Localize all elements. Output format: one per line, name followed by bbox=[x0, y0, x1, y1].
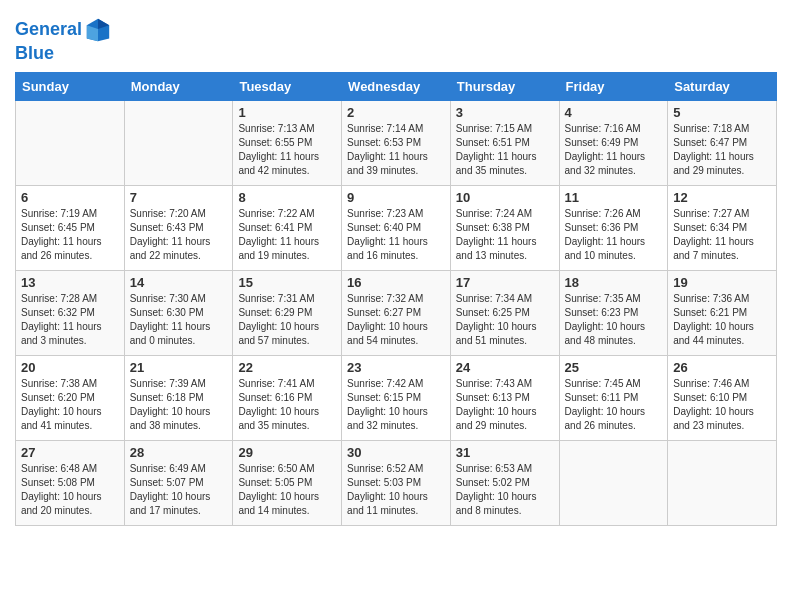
calendar-cell: 21Sunrise: 7:39 AMSunset: 6:18 PMDayligh… bbox=[124, 355, 233, 440]
calendar-cell: 4Sunrise: 7:16 AMSunset: 6:49 PMDaylight… bbox=[559, 100, 668, 185]
day-number: 23 bbox=[347, 360, 445, 375]
day-info: Sunrise: 7:39 AMSunset: 6:18 PMDaylight:… bbox=[130, 378, 211, 431]
day-number: 4 bbox=[565, 105, 663, 120]
day-number: 16 bbox=[347, 275, 445, 290]
day-info: Sunrise: 7:24 AMSunset: 6:38 PMDaylight:… bbox=[456, 208, 537, 261]
day-number: 30 bbox=[347, 445, 445, 460]
calendar-cell: 12Sunrise: 7:27 AMSunset: 6:34 PMDayligh… bbox=[668, 185, 777, 270]
calendar-cell: 1Sunrise: 7:13 AMSunset: 6:55 PMDaylight… bbox=[233, 100, 342, 185]
day-number: 21 bbox=[130, 360, 228, 375]
calendar-cell: 26Sunrise: 7:46 AMSunset: 6:10 PMDayligh… bbox=[668, 355, 777, 440]
day-number: 14 bbox=[130, 275, 228, 290]
calendar-cell: 13Sunrise: 7:28 AMSunset: 6:32 PMDayligh… bbox=[16, 270, 125, 355]
day-number: 10 bbox=[456, 190, 554, 205]
calendar-cell bbox=[16, 100, 125, 185]
header-day-sunday: Sunday bbox=[16, 72, 125, 100]
calendar-cell bbox=[559, 440, 668, 525]
day-number: 17 bbox=[456, 275, 554, 290]
day-info: Sunrise: 7:13 AMSunset: 6:55 PMDaylight:… bbox=[238, 123, 319, 176]
day-number: 9 bbox=[347, 190, 445, 205]
day-number: 3 bbox=[456, 105, 554, 120]
calendar-cell: 3Sunrise: 7:15 AMSunset: 6:51 PMDaylight… bbox=[450, 100, 559, 185]
day-number: 6 bbox=[21, 190, 119, 205]
day-info: Sunrise: 7:23 AMSunset: 6:40 PMDaylight:… bbox=[347, 208, 428, 261]
calendar-cell: 10Sunrise: 7:24 AMSunset: 6:38 PMDayligh… bbox=[450, 185, 559, 270]
calendar-cell: 6Sunrise: 7:19 AMSunset: 6:45 PMDaylight… bbox=[16, 185, 125, 270]
day-info: Sunrise: 7:30 AMSunset: 6:30 PMDaylight:… bbox=[130, 293, 211, 346]
day-number: 12 bbox=[673, 190, 771, 205]
day-number: 11 bbox=[565, 190, 663, 205]
header-day-saturday: Saturday bbox=[668, 72, 777, 100]
calendar-cell: 16Sunrise: 7:32 AMSunset: 6:27 PMDayligh… bbox=[342, 270, 451, 355]
week-row-2: 13Sunrise: 7:28 AMSunset: 6:32 PMDayligh… bbox=[16, 270, 777, 355]
calendar-cell: 23Sunrise: 7:42 AMSunset: 6:15 PMDayligh… bbox=[342, 355, 451, 440]
calendar-cell: 20Sunrise: 7:38 AMSunset: 6:20 PMDayligh… bbox=[16, 355, 125, 440]
header-day-tuesday: Tuesday bbox=[233, 72, 342, 100]
day-info: Sunrise: 7:43 AMSunset: 6:13 PMDaylight:… bbox=[456, 378, 537, 431]
header-row: SundayMondayTuesdayWednesdayThursdayFrid… bbox=[16, 72, 777, 100]
calendar-cell: 8Sunrise: 7:22 AMSunset: 6:41 PMDaylight… bbox=[233, 185, 342, 270]
day-info: Sunrise: 7:42 AMSunset: 6:15 PMDaylight:… bbox=[347, 378, 428, 431]
day-info: Sunrise: 7:27 AMSunset: 6:34 PMDaylight:… bbox=[673, 208, 754, 261]
week-row-4: 27Sunrise: 6:48 AMSunset: 5:08 PMDayligh… bbox=[16, 440, 777, 525]
day-info: Sunrise: 6:49 AMSunset: 5:07 PMDaylight:… bbox=[130, 463, 211, 516]
header-day-thursday: Thursday bbox=[450, 72, 559, 100]
calendar-cell: 18Sunrise: 7:35 AMSunset: 6:23 PMDayligh… bbox=[559, 270, 668, 355]
day-number: 8 bbox=[238, 190, 336, 205]
calendar-cell: 11Sunrise: 7:26 AMSunset: 6:36 PMDayligh… bbox=[559, 185, 668, 270]
day-number: 22 bbox=[238, 360, 336, 375]
header-day-monday: Monday bbox=[124, 72, 233, 100]
day-info: Sunrise: 7:15 AMSunset: 6:51 PMDaylight:… bbox=[456, 123, 537, 176]
day-number: 28 bbox=[130, 445, 228, 460]
day-info: Sunrise: 7:20 AMSunset: 6:43 PMDaylight:… bbox=[130, 208, 211, 261]
calendar-cell: 17Sunrise: 7:34 AMSunset: 6:25 PMDayligh… bbox=[450, 270, 559, 355]
day-info: Sunrise: 7:19 AMSunset: 6:45 PMDaylight:… bbox=[21, 208, 102, 261]
day-info: Sunrise: 7:38 AMSunset: 6:20 PMDaylight:… bbox=[21, 378, 102, 431]
day-number: 2 bbox=[347, 105, 445, 120]
day-info: Sunrise: 7:18 AMSunset: 6:47 PMDaylight:… bbox=[673, 123, 754, 176]
day-info: Sunrise: 6:53 AMSunset: 5:02 PMDaylight:… bbox=[456, 463, 537, 516]
day-number: 7 bbox=[130, 190, 228, 205]
day-number: 26 bbox=[673, 360, 771, 375]
calendar-cell: 24Sunrise: 7:43 AMSunset: 6:13 PMDayligh… bbox=[450, 355, 559, 440]
calendar-cell: 22Sunrise: 7:41 AMSunset: 6:16 PMDayligh… bbox=[233, 355, 342, 440]
calendar-cell: 31Sunrise: 6:53 AMSunset: 5:02 PMDayligh… bbox=[450, 440, 559, 525]
calendar-cell: 27Sunrise: 6:48 AMSunset: 5:08 PMDayligh… bbox=[16, 440, 125, 525]
calendar-cell: 9Sunrise: 7:23 AMSunset: 6:40 PMDaylight… bbox=[342, 185, 451, 270]
page: General Blue SundayMondayTuesdayWednesda… bbox=[0, 0, 792, 541]
calendar-cell: 14Sunrise: 7:30 AMSunset: 6:30 PMDayligh… bbox=[124, 270, 233, 355]
calendar-table: SundayMondayTuesdayWednesdayThursdayFrid… bbox=[15, 72, 777, 526]
day-info: Sunrise: 7:28 AMSunset: 6:32 PMDaylight:… bbox=[21, 293, 102, 346]
week-row-3: 20Sunrise: 7:38 AMSunset: 6:20 PMDayligh… bbox=[16, 355, 777, 440]
day-number: 1 bbox=[238, 105, 336, 120]
calendar-cell: 28Sunrise: 6:49 AMSunset: 5:07 PMDayligh… bbox=[124, 440, 233, 525]
day-number: 5 bbox=[673, 105, 771, 120]
header: General Blue bbox=[15, 10, 777, 64]
day-info: Sunrise: 6:48 AMSunset: 5:08 PMDaylight:… bbox=[21, 463, 102, 516]
day-info: Sunrise: 6:50 AMSunset: 5:05 PMDaylight:… bbox=[238, 463, 319, 516]
day-number: 25 bbox=[565, 360, 663, 375]
day-number: 19 bbox=[673, 275, 771, 290]
day-info: Sunrise: 7:31 AMSunset: 6:29 PMDaylight:… bbox=[238, 293, 319, 346]
calendar-cell bbox=[124, 100, 233, 185]
calendar-cell: 29Sunrise: 6:50 AMSunset: 5:05 PMDayligh… bbox=[233, 440, 342, 525]
header-day-friday: Friday bbox=[559, 72, 668, 100]
calendar-cell bbox=[668, 440, 777, 525]
day-info: Sunrise: 7:35 AMSunset: 6:23 PMDaylight:… bbox=[565, 293, 646, 346]
calendar-cell: 5Sunrise: 7:18 AMSunset: 6:47 PMDaylight… bbox=[668, 100, 777, 185]
day-info: Sunrise: 7:41 AMSunset: 6:16 PMDaylight:… bbox=[238, 378, 319, 431]
day-info: Sunrise: 7:45 AMSunset: 6:11 PMDaylight:… bbox=[565, 378, 646, 431]
logo-text: General bbox=[15, 16, 112, 44]
day-number: 20 bbox=[21, 360, 119, 375]
logo-icon bbox=[84, 16, 112, 44]
day-info: Sunrise: 7:32 AMSunset: 6:27 PMDaylight:… bbox=[347, 293, 428, 346]
logo-general: General bbox=[15, 19, 82, 39]
day-info: Sunrise: 7:36 AMSunset: 6:21 PMDaylight:… bbox=[673, 293, 754, 346]
calendar-cell: 7Sunrise: 7:20 AMSunset: 6:43 PMDaylight… bbox=[124, 185, 233, 270]
logo: General Blue bbox=[15, 16, 112, 64]
calendar-cell: 2Sunrise: 7:14 AMSunset: 6:53 PMDaylight… bbox=[342, 100, 451, 185]
week-row-0: 1Sunrise: 7:13 AMSunset: 6:55 PMDaylight… bbox=[16, 100, 777, 185]
day-number: 13 bbox=[21, 275, 119, 290]
logo-blue: Blue bbox=[15, 44, 112, 64]
day-number: 24 bbox=[456, 360, 554, 375]
